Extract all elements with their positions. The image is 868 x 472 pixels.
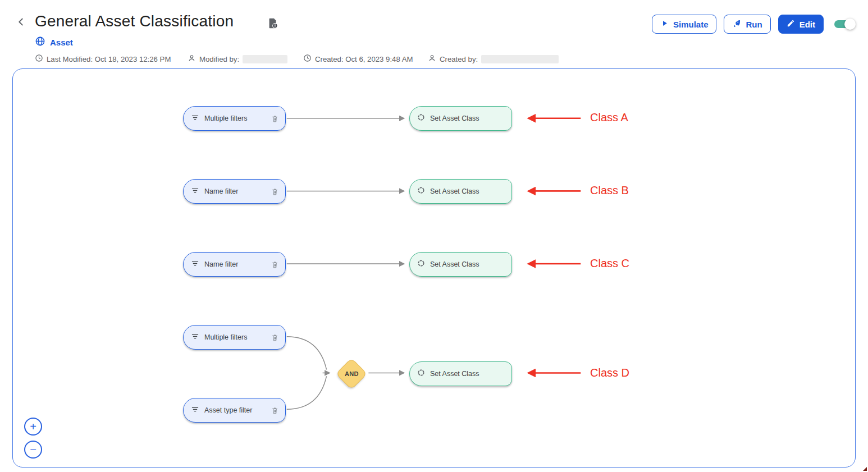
plus-icon: + bbox=[30, 421, 36, 432]
minus-icon: − bbox=[30, 444, 36, 455]
trash-icon[interactable] bbox=[271, 114, 279, 123]
and-operator-label: AND bbox=[345, 370, 359, 377]
filter-node-row-b[interactable]: Name filter bbox=[183, 179, 286, 204]
action-node-row-a[interactable]: Set Asset Class bbox=[409, 106, 512, 131]
globe-icon bbox=[35, 36, 45, 49]
action-node-label: Set Asset Class bbox=[430, 114, 505, 122]
dashed-circle-icon bbox=[417, 369, 425, 379]
back-button[interactable] bbox=[13, 16, 28, 30]
page-title: General Asset Classification bbox=[35, 12, 234, 30]
action-node-row-d[interactable]: Set Asset Class bbox=[409, 361, 512, 386]
zoom-in-button[interactable]: + bbox=[24, 418, 42, 436]
action-node-row-c[interactable]: Set Asset Class bbox=[409, 252, 512, 277]
edit-label: Edit bbox=[800, 20, 815, 29]
action-node-label: Set Asset Class bbox=[430, 187, 505, 195]
redacted-created-by bbox=[481, 55, 559, 63]
pencil-icon bbox=[787, 19, 795, 29]
filter-icon bbox=[191, 113, 199, 124]
meta-created: Created: Oct 6, 2023 9:48 AM bbox=[303, 54, 413, 64]
filter-node-row-d-2[interactable]: Asset type filter bbox=[183, 398, 286, 423]
meta-modified-by-text: Modified by: bbox=[199, 55, 239, 63]
edit-button[interactable]: Edit bbox=[778, 15, 824, 34]
filter-icon bbox=[191, 259, 199, 270]
filter-icon bbox=[191, 186, 199, 197]
filter-node-row-d-1[interactable]: Multiple filters bbox=[183, 325, 286, 350]
header-actions: Simulate Run Edit bbox=[652, 15, 856, 34]
asset-classification-screen: General Asset Classification Asset Last … bbox=[0, 0, 868, 472]
dashed-circle-icon bbox=[417, 259, 425, 269]
meta-last-modified-text: Last Modified: Oct 18, 2023 12:26 PM bbox=[47, 55, 171, 63]
annotation-class-c: Class C bbox=[590, 257, 629, 270]
chevron-left-icon bbox=[15, 16, 27, 30]
enabled-toggle[interactable] bbox=[834, 18, 856, 30]
action-node-row-b[interactable]: Set Asset Class bbox=[409, 179, 512, 204]
clock-icon bbox=[35, 54, 43, 64]
trash-icon[interactable] bbox=[271, 260, 279, 269]
filter-node-label: Multiple filters bbox=[204, 333, 271, 341]
annotation-class-d: Class D bbox=[590, 366, 629, 379]
entity-label: Asset bbox=[50, 38, 73, 47]
entity-link[interactable]: Asset bbox=[35, 36, 73, 49]
simulate-label: Simulate bbox=[673, 20, 709, 29]
toggle-knob bbox=[844, 19, 856, 30]
run-button[interactable]: Run bbox=[724, 15, 770, 34]
filter-node-row-c[interactable]: Name filter bbox=[183, 252, 286, 277]
action-node-label: Set Asset Class bbox=[430, 370, 505, 378]
clock-icon bbox=[303, 54, 312, 64]
dashed-circle-icon bbox=[417, 186, 425, 196]
meta-created-by-text: Created by: bbox=[440, 55, 478, 63]
filter-node-label: Asset type filter bbox=[204, 406, 271, 414]
rocket-icon bbox=[732, 19, 741, 30]
dashed-circle-icon bbox=[417, 113, 425, 123]
meta-last-modified: Last Modified: Oct 18, 2023 12:26 PM bbox=[35, 54, 171, 64]
annotation-class-b: Class B bbox=[590, 184, 629, 197]
run-label: Run bbox=[746, 20, 762, 29]
filter-node-label: Name filter bbox=[204, 187, 271, 195]
trash-icon[interactable] bbox=[271, 187, 279, 196]
person-icon bbox=[428, 54, 436, 64]
action-node-label: Set Asset Class bbox=[430, 260, 505, 268]
filter-node-label: Name filter bbox=[204, 260, 271, 268]
meta-created-text: Created: Oct 6, 2023 9:48 AM bbox=[315, 55, 413, 63]
trash-icon[interactable] bbox=[271, 406, 279, 415]
simulate-button[interactable]: Simulate bbox=[652, 15, 717, 34]
meta-created-by: Created by: bbox=[428, 54, 559, 64]
filter-node-label: Multiple filters bbox=[204, 114, 271, 122]
redacted-modified-by bbox=[243, 55, 287, 63]
document-info-icon[interactable] bbox=[267, 17, 279, 31]
zoom-out-button[interactable]: − bbox=[24, 441, 42, 459]
play-icon bbox=[660, 19, 669, 29]
meta-modified-by: Modified by: bbox=[188, 54, 287, 64]
filter-node-row-a[interactable]: Multiple filters bbox=[183, 106, 286, 131]
filter-icon bbox=[191, 332, 199, 343]
trash-icon[interactable] bbox=[271, 333, 279, 342]
rule-canvas[interactable]: Multiple filters Set Asset Class Class A… bbox=[12, 68, 856, 468]
person-icon bbox=[188, 54, 196, 64]
annotation-class-a: Class A bbox=[590, 111, 628, 124]
corner-mark bbox=[863, 467, 867, 471]
filter-icon bbox=[191, 405, 199, 416]
